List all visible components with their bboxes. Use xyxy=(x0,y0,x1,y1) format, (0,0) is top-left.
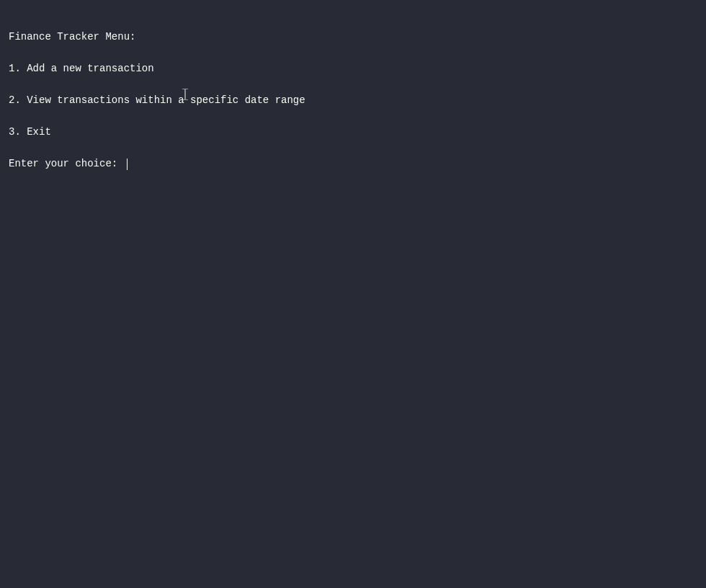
menu-title: Finance Tracker Menu: xyxy=(9,29,697,45)
terminal-output[interactable]: Finance Tracker Menu: 1. Add a new trans… xyxy=(9,13,697,172)
menu-option-2: 2. View transactions within a specific d… xyxy=(9,92,697,108)
menu-option-3: 3. Exit xyxy=(9,124,697,140)
menu-option-1: 1. Add a new transaction xyxy=(9,61,697,76)
terminal-cursor xyxy=(127,159,128,170)
input-prompt: Enter your choice: xyxy=(9,158,124,169)
